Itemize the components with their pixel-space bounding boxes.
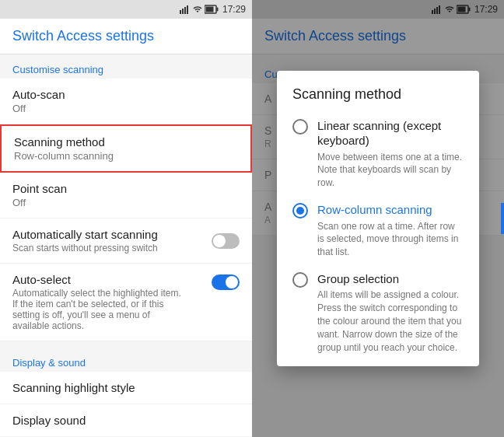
radio-circle-row-column	[292, 203, 308, 218]
radio-option-group[interactable]: Group selection All items will be assign…	[277, 265, 479, 360]
radio-desc-linear: Move between items one at a time. Note t…	[317, 151, 464, 190]
svg-rect-2	[184, 7, 186, 14]
status-bar-left: 17:29	[0, 0, 252, 19]
auto-select-toggle[interactable]	[212, 274, 240, 290]
battery-icon	[205, 5, 219, 14]
radio-label-linear: Linear scanning (except keyboard)	[317, 118, 464, 149]
section-customise-left: Customise scanning	[0, 54, 252, 79]
left-title: Switch Access settings	[12, 28, 240, 44]
scanning-method-dialog: Scanning method Linear scanning (except …	[277, 71, 479, 367]
overlay[interactable]: Scanning method Linear scanning (except …	[252, 0, 504, 437]
radio-option-linear[interactable]: Linear scanning (except keyboard) Move b…	[277, 112, 479, 196]
scanning-method-subtitle: Row-column scanning	[14, 150, 238, 162]
setting-highlight-style-left[interactable]: Scanning highlight style	[0, 372, 252, 404]
radio-desc-group: All items will be assigned a colour. Pre…	[317, 288, 464, 354]
time-left: 17:29	[222, 4, 246, 15]
setting-scanning-method[interactable]: Scanning method Row-column scanning	[0, 124, 252, 173]
signal-icon	[180, 5, 191, 14]
auto-start-title: Automatically start scanning	[12, 228, 158, 241]
radio-circle-group	[292, 272, 308, 288]
svg-rect-0	[180, 10, 181, 14]
point-scan-subtitle: Off	[12, 197, 240, 208]
left-panel: 17:29 Switch Access settings Customise s…	[0, 0, 252, 437]
svg-rect-1	[182, 9, 184, 14]
radio-label-row-column: Row-column scanning	[317, 202, 464, 218]
section-divider-left	[0, 341, 252, 348]
radio-circle-linear	[292, 119, 308, 135]
radio-desc-row-column: Scan one row at a time. After row is sel…	[317, 220, 464, 259]
svg-rect-3	[187, 5, 188, 14]
auto-scan-subtitle: Off	[12, 103, 240, 114]
point-scan-title: Point scan	[12, 182, 240, 195]
radio-option-row-column[interactable]: Row-column scanning Scan one row at a ti…	[277, 196, 479, 265]
auto-scan-title: Auto-scan	[12, 88, 240, 101]
section-display-left: Display & sound	[0, 348, 252, 372]
display-sound-title-left: Display sound	[12, 414, 240, 427]
radio-text-linear: Linear scanning (except keyboard) Move b…	[317, 118, 464, 190]
radio-label-group: Group selection	[317, 271, 464, 287]
setting-point-scan[interactable]: Point scan Off	[0, 173, 252, 218]
setting-display-sound-left[interactable]: Display sound	[0, 404, 252, 437]
scanning-method-title: Scanning method	[14, 135, 238, 149]
auto-select-title: Auto-select	[12, 273, 205, 286]
radio-text-group: Group selection All items will be assign…	[317, 271, 464, 354]
auto-select-text: Auto-select Automatically select the hig…	[12, 273, 205, 331]
left-settings-content[interactable]: Customise scanning Auto-scan Off Scannin…	[0, 54, 252, 437]
setting-auto-scan[interactable]: Auto-scan Off	[0, 79, 252, 124]
auto-select-subtitle: Automatically select the highlighted ite…	[12, 288, 184, 331]
accent-bar	[501, 203, 504, 234]
auto-start-text: Automatically start scanning Scan starts…	[12, 228, 158, 253]
radio-text-row-column: Row-column scanning Scan one row at a ti…	[317, 202, 464, 259]
dialog-title: Scanning method	[277, 86, 479, 112]
setting-auto-start[interactable]: Automatically start scanning Scan starts…	[0, 218, 252, 264]
setting-auto-select[interactable]: Auto-select Automatically select the hig…	[0, 264, 252, 341]
wifi-icon	[193, 5, 202, 14]
highlight-style-title-left: Scanning highlight style	[12, 381, 240, 394]
svg-rect-5	[216, 8, 218, 12]
right-panel: 17:29 Switch Access settings Customise s…	[252, 0, 504, 437]
auto-start-toggle[interactable]	[212, 233, 240, 249]
auto-start-subtitle: Scan starts without pressing switch	[12, 243, 158, 253]
svg-rect-6	[205, 7, 213, 12]
left-header: Switch Access settings	[0, 19, 252, 54]
status-icons-left: 17:29	[180, 4, 246, 15]
